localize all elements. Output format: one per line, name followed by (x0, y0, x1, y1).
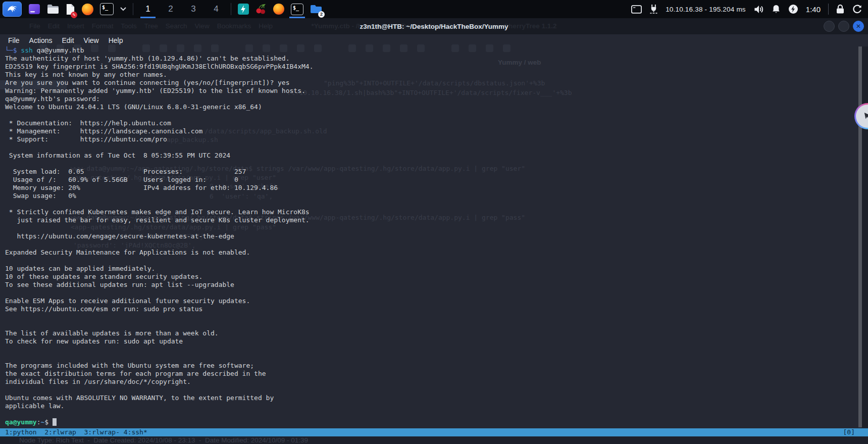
terminal-line: Expanded Security Maintenance for Applic… (5, 249, 861, 257)
terminal-line (5, 346, 861, 354)
terminal-glyph: $_ (102, 5, 108, 10)
terminal-line (5, 289, 861, 297)
terminal-line: just raised the bar for easy, resilient … (5, 216, 861, 224)
vpn-ip-latency: 10.10.16.38 - 195.204 ms (666, 6, 746, 13)
terminal-line: individual files in /usr/share/doc/*/cop… (5, 378, 861, 386)
logout-icon[interactable] (852, 0, 862, 18)
terminal-line: Ubuntu comes with ABSOLUTELY NO WARRANTY… (5, 394, 861, 402)
kali-dragon-icon (6, 3, 19, 16)
clock[interactable]: 1:40 (806, 5, 821, 14)
menu-file[interactable]: File (8, 36, 20, 44)
lock-screen-icon[interactable] (836, 0, 844, 18)
terminal-line: 10 updates can be applied immediately. (5, 265, 861, 273)
display-icon[interactable] (631, 0, 642, 18)
volume-icon[interactable] (753, 0, 764, 18)
terminal-line: The list of available updates is more th… (5, 329, 861, 337)
terminal-line (5, 354, 861, 362)
terminal-line: * Strictly confined Kubernetes makes edg… (5, 208, 861, 216)
terminal-line (5, 224, 861, 232)
terminal-line: This key is not known by any other names… (5, 71, 861, 79)
active-workspace-underline (140, 17, 156, 18)
window-title: z3n1th@HTB: ~/Desktop/HackTheBox/Yummy (360, 23, 508, 30)
workspace-2[interactable]: 2 (163, 0, 179, 18)
close-button[interactable]: ✕ (853, 21, 864, 32)
purple-window-icon (28, 4, 40, 15)
terminal-line: * Management: https://landscape.canonica… (5, 127, 861, 135)
terminal-line: qa@yummy.htb's password: (5, 95, 861, 103)
terminal-line: System information as of Tue Oct 8 05:39… (5, 152, 861, 160)
terminal-launcher-icon[interactable]: $_ (100, 0, 114, 18)
terminal-line (5, 143, 861, 152)
terminal-line: Usage of /: 60.9% of 5.56GB Users logged… (5, 176, 861, 184)
terminal-output[interactable]: └─$ ssh qa@yummy.htbThe authenticity of … (0, 46, 861, 426)
files-window-icon[interactable]: 2 (310, 0, 322, 18)
terminal-line (5, 200, 861, 208)
terminal-window-icon[interactable]: $_ (291, 0, 303, 18)
edit-badge-icon: ✎ (71, 12, 77, 18)
terminal-line: └─$ ssh qa@yummy.htb (5, 46, 861, 55)
terminal-line: https://ubuntu.com/engage/secure-kuberne… (5, 232, 861, 240)
menu-help[interactable]: Help (109, 36, 123, 44)
workspace-3[interactable]: 3 (185, 0, 201, 18)
terminal-line: Welcome to Ubuntu 24.04.1 LTS (GNU/Linux… (5, 103, 861, 111)
terminal-line (5, 111, 861, 119)
terminal-line: Memory usage: 20% IPv4 address for eth0:… (5, 184, 861, 192)
terminal-line: The programs included with the Ubuntu sy… (5, 362, 861, 370)
scrollbar-thumb[interactable] (858, 46, 862, 427)
window-titlebar[interactable]: z3n1th@HTB: ~/Desktop/HackTheBox/Yummy ✕ (0, 18, 868, 34)
terminal-line (5, 386, 861, 394)
zap-app-icon[interactable] (238, 0, 249, 18)
vpn-plug-icon[interactable] (649, 0, 658, 18)
terminal-line: * Support: https://ubuntu.com/pro (5, 135, 861, 143)
text-editor-icon[interactable]: ✎ (66, 0, 75, 18)
terminal-line: The authenticity of host 'yummy.htb (10.… (5, 55, 861, 63)
screen-load-indicator: [0] (843, 428, 855, 436)
menu-view[interactable]: View (84, 36, 99, 44)
active-window-underline (289, 17, 305, 18)
terminal-line: applicable law. (5, 402, 861, 410)
kali-menu-button[interactable] (3, 2, 22, 17)
terminal-line (5, 313, 861, 321)
terminal-line: Swap usage: 0% (5, 192, 861, 200)
file-manager-icon[interactable] (47, 0, 59, 18)
terminal-line (5, 257, 861, 265)
app-launcher-icon[interactable] (28, 0, 40, 18)
panel-separator (231, 3, 231, 15)
terminal-line: 10 of these updates are standard securit… (5, 273, 861, 281)
terminal-line (5, 321, 861, 329)
firefox-icon[interactable] (82, 0, 93, 18)
terminal-line (5, 160, 861, 168)
screen-status-bar: 1:python 2:rlwrap 3:rlwrap- 4:ssh* [0] (0, 428, 868, 436)
maximize-button[interactable] (838, 21, 849, 32)
terminal-line: Are you sure you want to continue connec… (5, 79, 861, 87)
chevron-down-icon[interactable] (120, 0, 126, 18)
terminal-line: See https://ubuntu.com/esm or run: sudo … (5, 305, 861, 313)
terminal-line: System load: 0.05 Processes: 257 (5, 168, 861, 176)
screen-window-list: 1:python 2:rlwrap 3:rlwrap- 4:ssh* (5, 428, 147, 436)
menu-edit[interactable]: Edit (62, 36, 74, 44)
mouse-pointer-icon (862, 111, 868, 122)
notifications-bell-icon[interactable] (772, 0, 781, 18)
terminal-line: * Documentation: https://help.ubuntu.com (5, 119, 861, 127)
menu-bar: File Actions Edit View Help (0, 34, 868, 46)
power-manager-icon[interactable] (788, 0, 798, 18)
terminal-line: qa@yummy:~$ (5, 418, 861, 426)
window-count-badge: 2 (318, 11, 325, 18)
top-panel: ✎ $_ 1 2 3 4 $_ 2 (0, 0, 868, 18)
tray-separator (828, 4, 829, 15)
terminal-line: ED25519 key fingerprint is SHA256:9fd19U… (5, 63, 861, 71)
terminal-window: z3n1th@HTB: ~/Desktop/HackTheBox/Yummy ✕… (0, 0, 868, 444)
cherrytree-icon[interactable] (256, 0, 267, 18)
terminal-line: Warning: Permanently added 'yummy.htb' (… (5, 87, 861, 95)
terminal-line (5, 410, 861, 418)
workspace-4[interactable]: 4 (208, 0, 224, 18)
terminal-line: the exact distribution terms for each pr… (5, 370, 861, 378)
panel-separator (133, 3, 133, 15)
menu-actions[interactable]: Actions (29, 36, 53, 44)
firefox-window-icon[interactable] (273, 0, 284, 18)
below-statusbar-area (0, 436, 868, 444)
workspace-1[interactable]: 1 (140, 0, 156, 18)
terminal-line: To check for new updates run: sudo apt u… (5, 337, 861, 346)
minimize-button[interactable] (824, 21, 835, 32)
terminal-line: Enable ESM Apps to receive additional fu… (5, 297, 861, 305)
